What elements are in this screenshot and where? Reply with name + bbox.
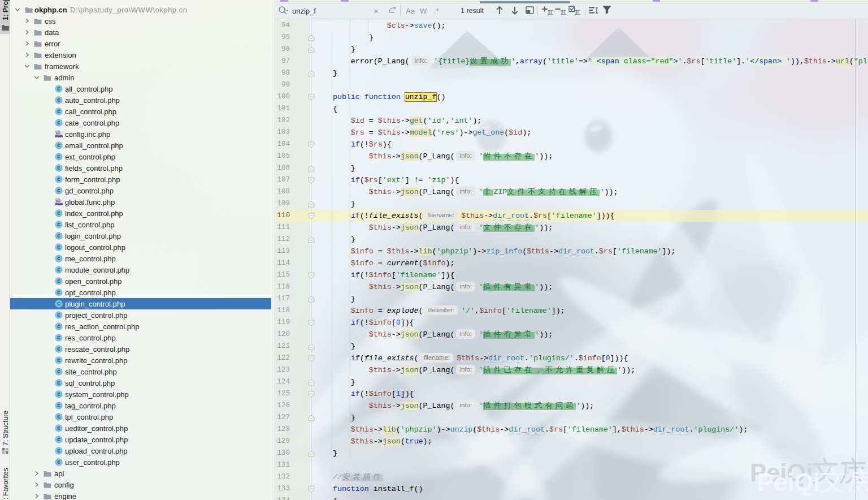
svg-text:c: c (57, 221, 60, 227)
svg-text:c: c (57, 232, 60, 239)
svg-text:c: c (57, 312, 60, 318)
svg-text:c: c (57, 413, 60, 420)
svg-text:c: c (57, 187, 60, 193)
svg-text:c: c (57, 289, 60, 295)
svg-text:PHP: PHP (55, 135, 63, 137)
svg-text:c: c (57, 436, 60, 442)
svg-text:c: c (57, 244, 60, 250)
svg-text:c: c (57, 380, 60, 386)
svg-text:c: c (57, 266, 60, 273)
svg-text:c: c (57, 391, 60, 397)
svg-text:c: c (57, 176, 60, 182)
svg-text:c: c (57, 255, 60, 261)
svg-text:c: c (57, 323, 60, 329)
svg-text:c: c (57, 425, 60, 431)
svg-text:c: c (57, 165, 60, 171)
svg-text:c: c (57, 119, 60, 126)
svg-text:c: c (57, 153, 60, 160)
svg-text:c: c (57, 357, 60, 363)
svg-text:c: c (57, 142, 60, 148)
svg-text:c: c (57, 85, 60, 92)
svg-text:c: c (57, 278, 60, 284)
svg-text:c: c (57, 300, 60, 307)
svg-text:c: c (57, 459, 60, 465)
svg-text:c: c (57, 368, 60, 374)
svg-text:c: c (57, 402, 60, 408)
svg-text:c: c (57, 346, 60, 352)
svg-text:c: c (57, 210, 60, 216)
svg-text:c: c (57, 97, 60, 103)
svg-text:PHP: PHP (55, 202, 63, 205)
svg-text:c: c (57, 334, 60, 340)
svg-text:c: c (57, 108, 60, 114)
svg-text:c: c (57, 447, 60, 454)
